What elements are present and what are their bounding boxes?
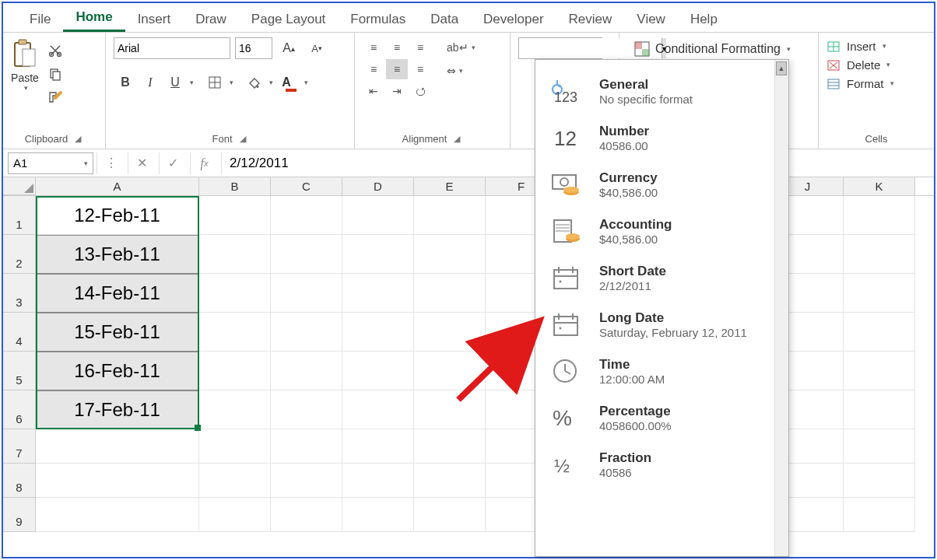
col-header-a[interactable]: A xyxy=(36,177,199,195)
tab-insert[interactable]: Insert xyxy=(125,7,184,32)
cell-a5[interactable]: 16-Feb-11 xyxy=(36,352,199,390)
cell-a2[interactable]: 13-Feb-11 xyxy=(36,235,199,274)
wrap-text-icon: ab↵ xyxy=(447,41,468,54)
orientation-button[interactable]: ⭯ xyxy=(409,81,431,101)
tab-view[interactable]: View xyxy=(624,7,678,32)
cancel-edit-button[interactable]: ✕ xyxy=(128,152,156,174)
col-header-c[interactable]: C xyxy=(271,177,342,195)
cell-a1[interactable]: 12-Feb-11 xyxy=(36,196,199,235)
row-header-3[interactable]: 3 xyxy=(3,274,36,313)
tab-page-layout[interactable]: Page Layout xyxy=(239,7,338,32)
cell-b1[interactable] xyxy=(199,196,271,235)
cell-a6[interactable]: 17-Feb-11 xyxy=(36,390,199,429)
conditional-formatting-button[interactable]: Conditional Formatting ▾ xyxy=(627,37,797,61)
increase-font-button[interactable]: A▴ xyxy=(277,37,300,59)
format-option-long-date[interactable]: Long DateSaturday, February 12, 2011 xyxy=(535,301,788,348)
cell-a4[interactable]: 15-Feb-11 xyxy=(36,313,199,352)
format-option-fraction[interactable]: ½ Fraction40586 xyxy=(535,441,788,488)
cell-a9[interactable] xyxy=(36,498,199,532)
number-format-combo[interactable]: ▾ xyxy=(518,37,602,59)
insert-function-button[interactable]: fx xyxy=(190,152,218,174)
font-launcher[interactable]: ◢ xyxy=(237,134,248,144)
row-header-1[interactable]: 1 xyxy=(3,196,36,235)
col-header-e[interactable]: E xyxy=(414,177,486,195)
font-name-select[interactable] xyxy=(114,37,230,59)
row-header-8[interactable]: 8 xyxy=(3,464,36,498)
wrap-text-button[interactable]: ab↵▾ xyxy=(444,37,479,58)
col-header-b[interactable]: B xyxy=(199,177,271,195)
tab-developer[interactable]: Developer xyxy=(471,7,556,32)
format-option-number[interactable]: 12 Number40586.00 xyxy=(535,114,788,161)
paste-dropdown-icon[interactable]: ▾ xyxy=(23,84,28,92)
format-option-general[interactable]: 123 GeneralNo specific format xyxy=(535,68,788,114)
percentage-format-icon: % xyxy=(548,401,587,435)
formula-options-button[interactable]: ⋮ xyxy=(97,152,125,174)
insert-cells-icon xyxy=(826,39,842,53)
long-date-format-icon xyxy=(548,307,587,341)
dropdown-scrollbar[interactable]: ▲ xyxy=(774,60,788,556)
underline-dropdown-icon[interactable]: ▾ xyxy=(188,79,194,86)
name-box-dropdown-icon[interactable]: ▾ xyxy=(82,159,88,167)
cell-a8[interactable] xyxy=(36,464,199,498)
copy-button[interactable] xyxy=(45,64,65,84)
align-center-button[interactable]: ≡ xyxy=(386,59,408,79)
merge-center-button[interactable]: ⇔▾ xyxy=(444,61,479,81)
col-header-k[interactable]: K xyxy=(844,177,915,195)
tab-draw[interactable]: Draw xyxy=(183,7,239,32)
italic-button[interactable]: I xyxy=(139,72,162,93)
font-color-swatch xyxy=(286,89,297,92)
cell-a7[interactable] xyxy=(36,429,199,464)
fill-color-dropdown-icon[interactable]: ▾ xyxy=(268,79,273,86)
select-all-corner[interactable] xyxy=(3,177,36,195)
align-bottom-button[interactable]: ≡ xyxy=(409,37,431,58)
delete-cells-button[interactable]: Delete▾ xyxy=(826,58,926,72)
format-cells-button[interactable]: Format▾ xyxy=(826,76,926,90)
underline-button[interactable]: U xyxy=(163,72,187,93)
fill-color-button[interactable] xyxy=(243,72,266,93)
tab-data[interactable]: Data xyxy=(418,7,471,32)
align-right-button[interactable]: ≡ xyxy=(409,59,431,79)
bold-button[interactable]: B xyxy=(114,72,137,93)
paste-label[interactable]: Paste xyxy=(11,72,39,84)
format-painter-button[interactable] xyxy=(45,87,65,107)
format-option-accounting[interactable]: Accounting$40,586.00 xyxy=(535,208,788,254)
borders-dropdown-icon[interactable]: ▾ xyxy=(228,79,233,86)
font-color-dropdown-icon[interactable]: ▾ xyxy=(303,79,308,86)
borders-button[interactable] xyxy=(203,72,226,93)
decrease-indent-button[interactable]: ⇤ xyxy=(363,81,384,101)
tab-formulas[interactable]: Formulas xyxy=(338,7,418,32)
scroll-up-icon[interactable]: ▲ xyxy=(776,61,787,75)
format-option-short-date[interactable]: Short Date2/12/2011 xyxy=(535,254,788,301)
clipboard-launcher[interactable]: ◢ xyxy=(72,134,83,144)
cell-a3[interactable]: 14-Feb-11 xyxy=(36,274,199,313)
font-size-select[interactable] xyxy=(235,37,272,59)
increase-indent-button[interactable]: ⇥ xyxy=(386,81,408,101)
format-option-currency[interactable]: Currency$40,586.00 xyxy=(535,161,788,208)
paste-icon[interactable] xyxy=(11,37,39,72)
tab-file[interactable]: File xyxy=(17,7,63,32)
group-cells: Insert▾ Delete▾ Format▾ Cells xyxy=(819,33,934,149)
row-header-5[interactable]: 5 xyxy=(3,352,36,390)
align-top-button[interactable]: ≡ xyxy=(363,37,384,58)
row-header-4[interactable]: 4 xyxy=(3,313,36,352)
tab-review[interactable]: Review xyxy=(556,7,625,32)
alignment-launcher[interactable]: ◢ xyxy=(451,134,462,144)
align-left-button[interactable]: ≡ xyxy=(363,59,384,79)
row-header-6[interactable]: 6 xyxy=(3,390,36,429)
cut-button[interactable] xyxy=(45,40,65,61)
format-option-time[interactable]: Time12:00:00 AM xyxy=(535,348,788,394)
row-header-2[interactable]: 2 xyxy=(3,235,36,274)
insert-cells-button[interactable]: Insert▾ xyxy=(826,39,926,53)
tab-home[interactable]: Home xyxy=(63,5,125,32)
row-header-7[interactable]: 7 xyxy=(3,429,36,464)
col-header-d[interactable]: D xyxy=(342,177,414,195)
row-header-9[interactable]: 9 xyxy=(3,498,36,532)
tab-help[interactable]: Help xyxy=(678,7,730,32)
format-option-percentage[interactable]: % Percentage4058600.00% xyxy=(535,394,788,441)
decrease-font-button[interactable]: A▾ xyxy=(305,37,328,59)
name-box[interactable]: A1 ▾ xyxy=(8,152,93,174)
align-middle-button[interactable]: ≡ xyxy=(386,37,408,58)
svg-rect-12 xyxy=(642,49,649,56)
short-date-format-icon xyxy=(548,261,587,295)
confirm-edit-button[interactable]: ✓ xyxy=(159,152,187,174)
